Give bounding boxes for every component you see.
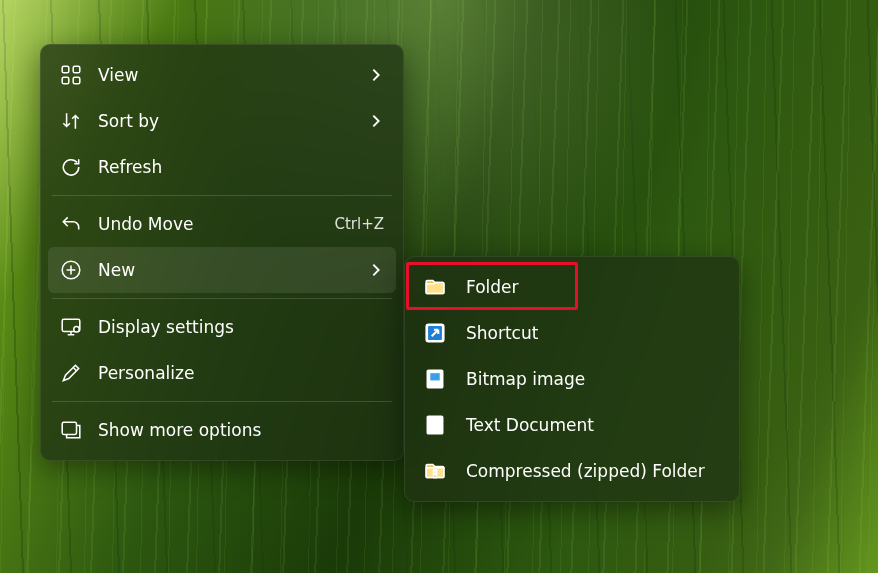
svg-rect-15 [430, 420, 441, 421]
svg-rect-18 [430, 428, 441, 429]
folder-icon [424, 276, 446, 298]
svg-rect-16 [430, 422, 441, 423]
menu-item-personalize[interactable]: Personalize [48, 350, 396, 396]
svg-rect-2 [62, 77, 69, 84]
more-options-icon [60, 419, 82, 441]
menu-item-label: Undo Move [98, 214, 322, 234]
shortcut-icon [424, 322, 446, 344]
svg-rect-7 [62, 422, 76, 434]
menu-item-label: Refresh [98, 157, 384, 177]
menu-item-label: View [98, 65, 368, 85]
menu-item-display-settings[interactable]: Display settings [48, 304, 396, 350]
sort-icon [60, 110, 82, 132]
menu-item-undo-move[interactable]: Undo Move Ctrl+Z [48, 201, 396, 247]
menu-item-new[interactable]: New [48, 247, 396, 293]
menu-item-refresh[interactable]: Refresh [48, 144, 396, 190]
svg-rect-12 [430, 382, 441, 383]
chevron-right-icon [368, 262, 384, 278]
menu-separator [52, 298, 392, 299]
menu-item-shortcut: Ctrl+Z [334, 215, 384, 233]
submenu-item-label: Folder [466, 277, 720, 297]
svg-rect-21 [433, 470, 436, 471]
chevron-right-icon [368, 67, 384, 83]
svg-rect-3 [73, 77, 80, 84]
menu-item-show-more-options[interactable]: Show more options [48, 407, 396, 453]
svg-point-6 [74, 326, 80, 332]
display-settings-icon [60, 316, 82, 338]
svg-rect-13 [430, 385, 438, 386]
svg-rect-11 [430, 372, 441, 381]
submenu-item-label: Text Document [466, 415, 720, 435]
submenu-item-folder[interactable]: Folder [412, 264, 732, 310]
new-submenu: Folder Shortcut Bitmap image Text Docume… [404, 256, 740, 502]
menu-item-label: Sort by [98, 111, 368, 131]
text-document-icon [424, 414, 446, 436]
new-icon [60, 259, 82, 281]
menu-item-label: Show more options [98, 420, 384, 440]
submenu-item-label: Shortcut [466, 323, 720, 343]
menu-item-view[interactable]: View [48, 52, 396, 98]
menu-separator [52, 195, 392, 196]
grid-icon [60, 64, 82, 86]
menu-item-sort-by[interactable]: Sort by [48, 98, 396, 144]
refresh-icon [60, 156, 82, 178]
svg-rect-1 [73, 66, 80, 73]
svg-rect-17 [430, 425, 441, 426]
chevron-right-icon [368, 113, 384, 129]
submenu-item-label: Bitmap image [466, 369, 720, 389]
zip-folder-icon [424, 460, 446, 482]
personalize-icon [60, 362, 82, 384]
submenu-item-label: Compressed (zipped) Folder [466, 461, 720, 481]
svg-rect-0 [62, 66, 69, 73]
submenu-item-bitmap[interactable]: Bitmap image [412, 356, 732, 402]
svg-rect-22 [433, 473, 436, 474]
submenu-item-text-document[interactable]: Text Document [412, 402, 732, 448]
menu-item-label: Display settings [98, 317, 384, 337]
svg-rect-19 [430, 431, 437, 432]
submenu-item-compressed-folder[interactable]: Compressed (zipped) Folder [412, 448, 732, 494]
menu-item-label: New [98, 260, 368, 280]
menu-separator [52, 401, 392, 402]
submenu-item-shortcut[interactable]: Shortcut [412, 310, 732, 356]
bitmap-icon [424, 368, 446, 390]
desktop-context-menu: View Sort by Refresh Undo Move Ctrl+Z Ne… [40, 44, 404, 461]
menu-item-label: Personalize [98, 363, 384, 383]
undo-icon [60, 213, 82, 235]
